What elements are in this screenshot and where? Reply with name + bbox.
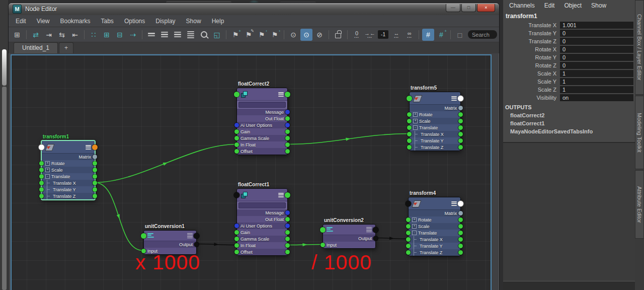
node-header[interactable] [409,197,460,210]
port-translate-y-left[interactable] [39,187,44,192]
channel-box-menu-channels[interactable]: Channels [509,2,535,9]
node-transform5[interactable]: transform5Matrix+Rotate+Scale-TranslateT… [409,92,461,151]
attribute-row-scale[interactable]: +Scale [409,223,460,230]
infinite-depth-icon[interactable]: ∞••• [404,29,416,41]
node-floatcorrect1[interactable]: floatCorrect1MessageOut FloatAi User Opt… [236,188,288,256]
attribute-row-message[interactable]: Message [237,209,287,216]
attribute-row-translate-x[interactable]: Translate X [42,180,95,186]
port-translate-y-right[interactable] [458,138,463,143]
attribute-row-offset[interactable]: Offset [237,148,287,155]
channel-value-field[interactable]: 1 [560,70,633,77]
channel-value-field[interactable]: 0 [560,30,633,37]
port-translate-x-right[interactable] [458,237,463,242]
display-full-mode-icon[interactable] [172,29,184,41]
create-node-icon[interactable]: ⊞ [11,29,23,41]
channel-value-field[interactable]: 1.001 [560,22,633,29]
menu-show[interactable]: Show [186,18,201,25]
attribute-row-gain[interactable]: Gain [237,229,287,236]
expand-icon[interactable]: + [412,218,417,222]
attribute-row-translate[interactable]: -Translate [410,124,460,131]
wire-transform1-to-unitconversion1[interactable] [95,183,143,251]
port-gain-right[interactable] [285,230,290,235]
output-connections-icon[interactable]: ⇤ [69,29,81,41]
node-header[interactable] [237,88,287,101]
node-menu-icon[interactable] [86,145,91,150]
background-scrollbar-track[interactable] [2,87,7,290]
show-shape-nodes-icon[interactable]: ⊙ [287,29,299,41]
port-gain-left[interactable] [234,129,239,134]
port-header-left[interactable] [320,227,326,233]
bookmark-previous-icon[interactable]: ⚑‹ [256,29,268,41]
port-gamma-scale-right[interactable] [285,237,290,241]
port-in-float-left[interactable] [234,243,239,248]
channel-box-menu-show[interactable]: Show [591,2,606,9]
port-translate-right[interactable] [93,174,97,179]
menu-tabs[interactable]: Tabs [101,18,114,25]
channel-value-field[interactable]: 0 [560,62,633,69]
attribute-row-ai-user-options[interactable]: Ai User Options [237,122,287,128]
port-matrix-right[interactable] [458,211,463,215]
port-header-right[interactable] [285,92,290,97]
menu-edit[interactable]: Edit [16,18,26,25]
attribute-row-out-float[interactable]: Out Float [237,115,287,122]
port-translate-z-left[interactable] [407,145,412,150]
port-offset-left[interactable] [234,149,239,154]
connect-on-drop-icon[interactable]: ⇢ [127,29,139,41]
port-rotate-left[interactable] [406,218,411,222]
search-field[interactable]: Search [468,30,497,39]
attribute-row-translate-y[interactable]: Translate Y [409,243,460,249]
node-menu-icon[interactable] [278,193,284,197]
output-item-floatcorrect2[interactable]: floatCorrect2 [503,111,635,119]
attribute-row-output[interactable]: Output [323,235,375,242]
port-translate-x-right[interactable] [458,132,463,136]
port-scale-left[interactable] [406,224,411,229]
wire-floatcorrect2-to-transform5[interactable] [287,134,409,144]
port-offset-right[interactable] [285,250,290,254]
attribute-row-translate-z[interactable]: Translate Z [410,144,460,151]
expand-icon[interactable]: + [412,224,417,229]
port-translate-y-right[interactable] [458,244,463,248]
traversal-depth-field[interactable]: -1 [378,30,388,39]
port-rotate-left[interactable] [407,112,412,117]
port-translate-y-right[interactable] [93,187,97,192]
port-header-left[interactable] [407,96,412,101]
port-scale-right[interactable] [93,168,97,172]
background-scrollbar-thumb[interactable] [2,49,7,86]
attribute-row-rotate[interactable]: +Rotate [409,216,460,223]
node-header[interactable] [323,225,375,235]
bookmark-edit-icon[interactable]: ⚑✎ [243,29,255,41]
node-header[interactable] [237,189,287,201]
attribute-row-matrix[interactable]: Matrix [409,210,460,216]
port-scale-right[interactable] [458,119,463,123]
port-header-left[interactable] [406,201,411,206]
port-translate-right[interactable] [458,125,463,130]
port-header-right[interactable] [194,233,199,239]
port-translate-x-left[interactable] [406,237,411,242]
zero-keyable-icon[interactable]: 0••• [351,29,363,41]
maximize-button[interactable]: □ [461,4,476,12]
grid-toggle-icon[interactable]: # [422,29,434,41]
attribute-row-matrix[interactable]: Matrix [410,105,460,111]
port-offset-right[interactable] [285,149,290,154]
tab-untitled-1[interactable]: Untitled_1 [14,42,58,53]
port-ai-user-options-left[interactable] [234,123,239,127]
node-menu-icon[interactable] [366,227,372,233]
attribute-row-in-float[interactable]: In Float [237,242,287,249]
remove-from-graph-icon[interactable]: ⊟ [114,29,126,41]
port-translate-left[interactable] [407,125,412,130]
port-header-left[interactable] [234,92,239,97]
attribute-row-scale[interactable]: +Scale [410,118,460,124]
port-translate-y-left[interactable] [406,244,411,248]
port-header-left[interactable] [141,233,146,239]
attribute-row-gain[interactable]: Gain [237,128,287,135]
layout-graph-icon[interactable]: ∷ [88,29,100,41]
port-output-right[interactable] [194,242,199,247]
port-translate-z-right[interactable] [458,250,463,255]
node-name-field[interactable] [237,201,287,209]
port-rotate-left[interactable] [39,161,44,166]
port-header-left[interactable] [39,144,44,150]
node-transform1[interactable]: transform1Matrix+Rotate+Scale-TranslateT… [41,140,96,200]
node-header[interactable] [410,92,460,105]
channel-box-menu-object[interactable]: Object [564,2,582,9]
input-output-connections-icon[interactable]: ⇆ [56,29,68,41]
